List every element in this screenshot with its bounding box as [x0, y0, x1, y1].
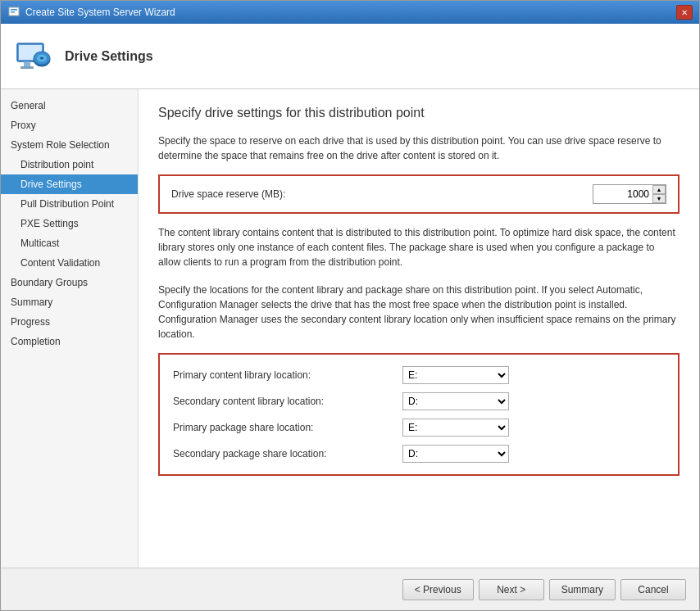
window-title: Create Site System Server Wizard — [25, 7, 175, 18]
svg-point-10 — [40, 57, 43, 59]
wizard-icon — [7, 6, 20, 19]
primary-package-share-select[interactable]: Automatic C: D: E: F: — [402, 419, 509, 437]
primary-content-library-select[interactable]: Automatic C: D: E: F: — [402, 366, 509, 384]
svg-rect-1 — [11, 9, 17, 11]
title-bar-left: Create Site System Server Wizard — [7, 6, 175, 19]
svg-rect-6 — [20, 66, 34, 69]
spinner-btns: ▲ ▼ — [652, 185, 666, 203]
wizard-window: Create Site System Server Wizard ✕ Drive… — [0, 0, 700, 611]
title-bar-controls: ✕ — [676, 5, 693, 20]
drive-space-input-wrap: 1000 ▲ ▼ — [593, 184, 666, 204]
primary-content-library-row: Primary content library location: Automa… — [173, 366, 665, 384]
sidebar-item-system-role-selection[interactable]: System Role Selection — [1, 135, 138, 155]
sidebar-item-content-validation[interactable]: Content Validation — [1, 253, 138, 273]
sidebar-item-completion[interactable]: Completion — [1, 332, 138, 351]
sidebar-item-general[interactable]: General — [1, 96, 138, 115]
description-text: Specify the space to reserve on each dri… — [158, 134, 680, 163]
main-title: Specify drive settings for this distribu… — [158, 106, 680, 120]
sidebar-item-progress[interactable]: Progress — [1, 312, 138, 332]
cancel-button[interactable]: Cancel — [620, 579, 686, 600]
sidebar-item-pxe-settings[interactable]: PXE Settings — [1, 214, 138, 233]
locations-description: Specify the locations for the content li… — [158, 283, 680, 342]
primary-content-library-label: Primary content library location: — [173, 369, 402, 381]
locations-box: Primary content library location: Automa… — [158, 353, 680, 476]
header-icon — [14, 37, 53, 76]
svg-rect-5 — [24, 61, 30, 66]
secondary-content-library-label: Secondary content library location: — [173, 396, 402, 407]
secondary-package-share-select[interactable]: Automatic C: D: E: F: — [402, 445, 509, 463]
svg-rect-2 — [11, 11, 15, 13]
previous-button[interactable]: < Previous — [402, 579, 474, 600]
title-bar: Create Site System Server Wizard ✕ — [1, 1, 699, 24]
header-section: Drive Settings — [1, 24, 699, 89]
secondary-package-share-row: Secondary package share location: Automa… — [173, 445, 665, 463]
content-area: GeneralProxySystem Role SelectionDistrib… — [1, 89, 699, 568]
secondary-content-library-row: Secondary content library location: Auto… — [173, 392, 665, 410]
secondary-content-library-select[interactable]: Automatic C: D: E: F: — [402, 392, 509, 410]
secondary-package-share-label: Secondary package share location: — [173, 448, 402, 459]
sidebar-item-distribution-point[interactable]: Distribution point — [1, 155, 138, 174]
sidebar-item-drive-settings[interactable]: Drive Settings — [1, 174, 138, 194]
sidebar-item-summary[interactable]: Summary — [1, 292, 138, 312]
sidebar-item-boundary-groups[interactable]: Boundary Groups — [1, 273, 138, 292]
footer: < Previous Next > Summary Cancel — [1, 568, 699, 610]
primary-package-share-row: Primary package share location: Automati… — [173, 419, 665, 437]
sidebar-item-proxy[interactable]: Proxy — [1, 115, 138, 135]
next-button[interactable]: Next > — [479, 579, 544, 600]
primary-package-share-label: Primary package share location: — [173, 422, 402, 433]
header-title: Drive Settings — [65, 49, 153, 64]
sidebar-item-multicast[interactable]: Multicast — [1, 233, 138, 253]
drive-space-input[interactable]: 1000 — [593, 185, 652, 203]
sidebar: GeneralProxySystem Role SelectionDistrib… — [1, 89, 139, 568]
spinner-down-button[interactable]: ▼ — [652, 194, 666, 203]
summary-button[interactable]: Summary — [549, 579, 616, 600]
spinner-up-button[interactable]: ▲ — [652, 185, 666, 194]
close-button[interactable]: ✕ — [676, 5, 693, 20]
sidebar-item-pull-distribution-point[interactable]: Pull Distribution Point — [1, 194, 138, 214]
drive-space-box: Drive space reserve (MB): 1000 ▲ ▼ — [158, 174, 680, 214]
content-library-info: The content library contains content tha… — [158, 225, 680, 269]
main-content: Specify drive settings for this distribu… — [139, 89, 699, 568]
drive-space-label: Drive space reserve (MB): — [171, 188, 586, 200]
